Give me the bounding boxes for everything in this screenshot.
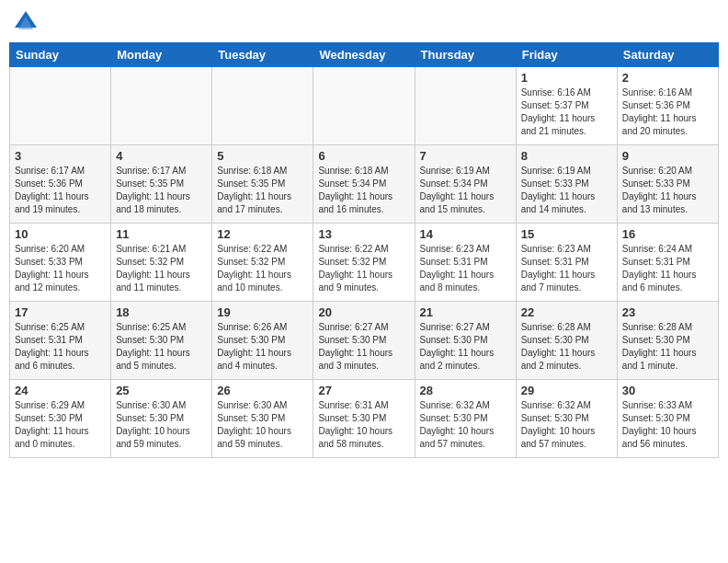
- day-detail: Sunrise: 6:20 AMSunset: 5:33 PMDaylight:…: [622, 165, 713, 216]
- day-cell: 1Sunrise: 6:16 AMSunset: 5:37 PMDaylight…: [516, 67, 617, 145]
- day-detail: Sunrise: 6:26 AMSunset: 5:30 PMDaylight:…: [217, 321, 308, 373]
- header-row: SundayMondayTuesdayWednesdayThursdayFrid…: [10, 43, 719, 67]
- day-detail: Sunrise: 6:20 AMSunset: 5:33 PMDaylight:…: [15, 243, 106, 294]
- day-cell: 2Sunrise: 6:16 AMSunset: 5:36 PMDaylight…: [617, 67, 718, 145]
- week-row-5: 24Sunrise: 6:29 AMSunset: 5:30 PMDayligh…: [10, 380, 719, 458]
- day-detail: Sunrise: 6:27 AMSunset: 5:30 PMDaylight:…: [420, 321, 511, 373]
- logo-icon: [13, 9, 39, 35]
- day-detail: Sunrise: 6:22 AMSunset: 5:32 PMDaylight:…: [217, 243, 308, 294]
- day-detail: Sunrise: 6:33 AMSunset: 5:30 PMDaylight:…: [622, 399, 713, 451]
- week-row-1: 1Sunrise: 6:16 AMSunset: 5:37 PMDaylight…: [10, 67, 719, 145]
- day-number: 10: [15, 227, 106, 241]
- day-cell: [313, 67, 415, 145]
- day-number: 7: [420, 149, 511, 163]
- day-detail: Sunrise: 6:17 AMSunset: 5:36 PMDaylight:…: [15, 165, 106, 216]
- col-header-monday: Monday: [111, 43, 212, 67]
- day-number: 14: [420, 227, 511, 241]
- day-detail: Sunrise: 6:17 AMSunset: 5:35 PMDaylight:…: [116, 165, 207, 216]
- calendar-table: SundayMondayTuesdayWednesdayThursdayFrid…: [9, 42, 719, 458]
- day-number: 20: [318, 305, 409, 319]
- day-detail: Sunrise: 6:16 AMSunset: 5:37 PMDaylight:…: [521, 86, 612, 138]
- day-detail: Sunrise: 6:23 AMSunset: 5:31 PMDaylight:…: [521, 243, 612, 294]
- day-detail: Sunrise: 6:32 AMSunset: 5:30 PMDaylight:…: [420, 399, 511, 451]
- day-cell: 17Sunrise: 6:25 AMSunset: 5:31 PMDayligh…: [10, 302, 111, 380]
- col-header-friday: Friday: [516, 43, 617, 67]
- col-header-saturday: Saturday: [617, 43, 718, 67]
- day-number: 11: [116, 227, 207, 241]
- day-cell: 7Sunrise: 6:19 AMSunset: 5:34 PMDaylight…: [415, 145, 516, 224]
- col-header-tuesday: Tuesday: [212, 43, 313, 67]
- day-cell: [10, 67, 111, 145]
- day-cell: 22Sunrise: 6:28 AMSunset: 5:30 PMDayligh…: [516, 302, 617, 380]
- day-number: 8: [521, 149, 612, 163]
- day-number: 17: [15, 305, 106, 319]
- day-cell: 30Sunrise: 6:33 AMSunset: 5:30 PMDayligh…: [617, 380, 718, 458]
- day-number: 23: [622, 305, 713, 319]
- day-number: 25: [116, 384, 207, 397]
- day-detail: Sunrise: 6:32 AMSunset: 5:30 PMDaylight:…: [521, 399, 612, 451]
- day-detail: Sunrise: 6:24 AMSunset: 5:31 PMDaylight:…: [622, 243, 713, 294]
- day-cell: 29Sunrise: 6:32 AMSunset: 5:30 PMDayligh…: [516, 380, 617, 458]
- day-cell: 20Sunrise: 6:27 AMSunset: 5:30 PMDayligh…: [313, 302, 415, 380]
- day-detail: Sunrise: 6:21 AMSunset: 5:32 PMDaylight:…: [116, 243, 207, 294]
- day-detail: Sunrise: 6:30 AMSunset: 5:30 PMDaylight:…: [116, 399, 207, 451]
- day-detail: Sunrise: 6:28 AMSunset: 5:30 PMDaylight:…: [521, 321, 612, 373]
- day-cell: [415, 67, 516, 145]
- day-number: 9: [622, 149, 713, 163]
- day-cell: 8Sunrise: 6:19 AMSunset: 5:33 PMDaylight…: [516, 145, 617, 224]
- day-cell: 13Sunrise: 6:22 AMSunset: 5:32 PMDayligh…: [313, 224, 415, 302]
- col-header-wednesday: Wednesday: [313, 43, 415, 67]
- day-cell: 16Sunrise: 6:24 AMSunset: 5:31 PMDayligh…: [617, 224, 718, 302]
- day-number: 19: [217, 305, 308, 319]
- day-detail: Sunrise: 6:29 AMSunset: 5:30 PMDaylight:…: [15, 399, 106, 451]
- day-number: 16: [622, 227, 713, 241]
- day-number: 4: [116, 149, 207, 163]
- day-number: 30: [622, 384, 713, 397]
- day-number: 12: [217, 227, 308, 241]
- day-detail: Sunrise: 6:16 AMSunset: 5:36 PMDaylight:…: [622, 86, 713, 138]
- day-cell: 14Sunrise: 6:23 AMSunset: 5:31 PMDayligh…: [415, 224, 516, 302]
- week-row-4: 17Sunrise: 6:25 AMSunset: 5:31 PMDayligh…: [10, 302, 719, 380]
- day-cell: 27Sunrise: 6:31 AMSunset: 5:30 PMDayligh…: [313, 380, 415, 458]
- day-cell: 12Sunrise: 6:22 AMSunset: 5:32 PMDayligh…: [212, 224, 313, 302]
- day-number: 26: [217, 384, 308, 397]
- day-number: 1: [521, 71, 612, 85]
- day-detail: Sunrise: 6:30 AMSunset: 5:30 PMDaylight:…: [217, 399, 308, 451]
- day-cell: 23Sunrise: 6:28 AMSunset: 5:30 PMDayligh…: [617, 302, 718, 380]
- day-cell: 4Sunrise: 6:17 AMSunset: 5:35 PMDaylight…: [111, 145, 212, 224]
- col-header-sunday: Sunday: [10, 43, 111, 67]
- day-cell: 10Sunrise: 6:20 AMSunset: 5:33 PMDayligh…: [10, 224, 111, 302]
- day-detail: Sunrise: 6:25 AMSunset: 5:31 PMDaylight:…: [15, 321, 106, 373]
- day-detail: Sunrise: 6:22 AMSunset: 5:32 PMDaylight:…: [318, 243, 409, 294]
- day-number: 27: [318, 384, 409, 397]
- day-number: 18: [116, 305, 207, 319]
- week-row-2: 3Sunrise: 6:17 AMSunset: 5:36 PMDaylight…: [10, 145, 719, 224]
- day-cell: 25Sunrise: 6:30 AMSunset: 5:30 PMDayligh…: [111, 380, 212, 458]
- day-cell: [111, 67, 212, 145]
- day-cell: 11Sunrise: 6:21 AMSunset: 5:32 PMDayligh…: [111, 224, 212, 302]
- day-number: 24: [15, 384, 106, 397]
- day-cell: 3Sunrise: 6:17 AMSunset: 5:36 PMDaylight…: [10, 145, 111, 224]
- day-cell: 19Sunrise: 6:26 AMSunset: 5:30 PMDayligh…: [212, 302, 313, 380]
- day-detail: Sunrise: 6:25 AMSunset: 5:30 PMDaylight:…: [116, 321, 207, 373]
- day-number: 15: [521, 227, 612, 241]
- day-number: 2: [622, 71, 713, 85]
- day-cell: 21Sunrise: 6:27 AMSunset: 5:30 PMDayligh…: [415, 302, 516, 380]
- day-detail: Sunrise: 6:19 AMSunset: 5:33 PMDaylight:…: [521, 165, 612, 216]
- day-cell: 9Sunrise: 6:20 AMSunset: 5:33 PMDaylight…: [617, 145, 718, 224]
- day-cell: 18Sunrise: 6:25 AMSunset: 5:30 PMDayligh…: [111, 302, 212, 380]
- day-detail: Sunrise: 6:31 AMSunset: 5:30 PMDaylight:…: [318, 399, 409, 451]
- day-cell: 24Sunrise: 6:29 AMSunset: 5:30 PMDayligh…: [10, 380, 111, 458]
- day-detail: Sunrise: 6:27 AMSunset: 5:30 PMDaylight:…: [318, 321, 409, 373]
- logo: [9, 9, 39, 35]
- day-number: 28: [420, 384, 511, 397]
- day-number: 5: [217, 149, 308, 163]
- day-number: 21: [420, 305, 511, 319]
- day-number: 13: [318, 227, 409, 241]
- day-cell: 15Sunrise: 6:23 AMSunset: 5:31 PMDayligh…: [516, 224, 617, 302]
- day-detail: Sunrise: 6:23 AMSunset: 5:31 PMDaylight:…: [420, 243, 511, 294]
- day-detail: Sunrise: 6:28 AMSunset: 5:30 PMDaylight:…: [622, 321, 713, 373]
- day-detail: Sunrise: 6:18 AMSunset: 5:35 PMDaylight:…: [217, 165, 308, 216]
- day-number: 22: [521, 305, 612, 319]
- day-cell: 28Sunrise: 6:32 AMSunset: 5:30 PMDayligh…: [415, 380, 516, 458]
